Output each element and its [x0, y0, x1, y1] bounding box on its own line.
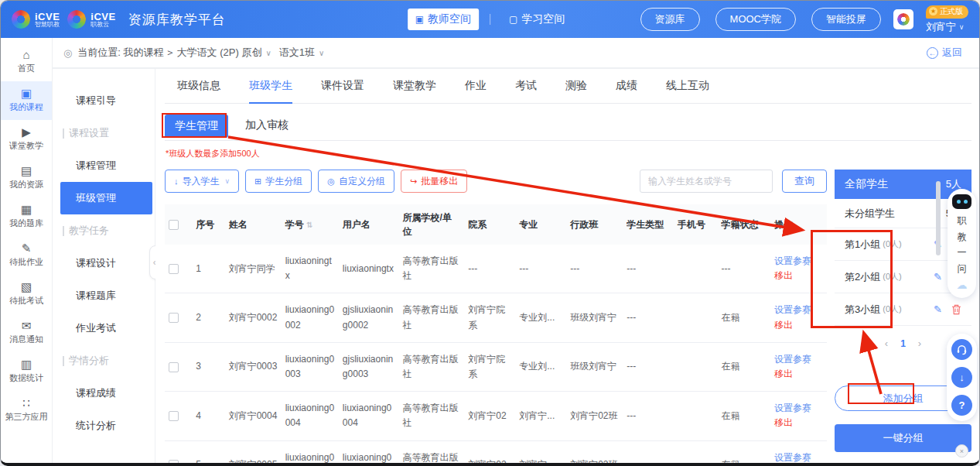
menu-class-management[interactable]: 班级管理: [60, 182, 152, 214]
cell-dept: 刘宵宁院系: [464, 342, 515, 391]
user-menu[interactable]: 刘宵宁 ∨: [926, 20, 965, 34]
cell-status: 在籍: [718, 440, 770, 466]
tab-grades[interactable]: 成绩: [616, 79, 637, 103]
set-contest-link[interactable]: 设置参赛: [774, 401, 823, 416]
student-name-link[interactable]: 刘宵宁0004: [225, 392, 282, 440]
group-name[interactable]: 第3小组: [845, 303, 880, 317]
custom-group-button[interactable]: ◎ 自定义分组: [318, 170, 394, 193]
edit-icon[interactable]: ✎: [934, 271, 942, 283]
group-name[interactable]: 第1小组: [845, 238, 880, 252]
assistant-widget[interactable]: 职 教 一 问 ☁: [948, 189, 976, 298]
breadcrumb-class[interactable]: 语文1班: [279, 46, 315, 60]
tab-classroom-teaching[interactable]: 课堂教学: [393, 79, 436, 103]
row-checkbox[interactable]: [169, 362, 179, 372]
col-school: 所属学校/单位: [399, 204, 465, 245]
menu-section-learning-analysis[interactable]: 学情分析: [53, 344, 155, 377]
subtab-join-review[interactable]: 加入审核: [245, 118, 289, 140]
back-button[interactable]: ← 返回: [927, 46, 962, 60]
remove-link[interactable]: 移出: [774, 367, 823, 382]
student-name-link[interactable]: 刘宵宁同学: [225, 245, 282, 293]
row-checkbox[interactable]: [169, 264, 179, 274]
sidebar-item-question-bank[interactable]: ▦ 我的题库: [1, 197, 52, 236]
breadcrumb-my-courses[interactable]: 我的课程: [124, 46, 164, 60]
tab-homework[interactable]: 作业: [465, 79, 487, 103]
edit-icon[interactable]: ✎: [934, 303, 942, 315]
menu-homework-exam[interactable]: 作业考试: [53, 312, 155, 344]
header-nav-pill[interactable]: MOOC学院: [715, 8, 796, 31]
avatar[interactable]: [893, 9, 913, 29]
tab-online-interaction[interactable]: 线上互动: [666, 79, 709, 103]
menu-section-course-settings[interactable]: 课程设置: [53, 117, 155, 149]
student-name-link[interactable]: 刘宵宁0005: [225, 440, 282, 466]
menu-course-question-bank[interactable]: 课程题库: [53, 279, 155, 312]
sidebar-item-third-party[interactable]: ∷ 第三方应用: [1, 391, 52, 430]
tab-exam[interactable]: 考试: [515, 79, 537, 103]
sidebar-item-statistics[interactable]: ▥ 数据统计: [1, 352, 52, 391]
current-page[interactable]: 1: [900, 338, 906, 349]
set-contest-link[interactable]: 设置参赛: [774, 352, 823, 367]
content-scrollbar-thumb[interactable]: [936, 181, 941, 255]
col-dept: 院系: [464, 204, 515, 245]
caret-down-icon[interactable]: ∨: [319, 49, 324, 57]
select-all-checkbox[interactable]: [169, 220, 179, 230]
col-student-no[interactable]: 学号 ⇅: [282, 204, 339, 245]
header-nav-pill[interactable]: 智能投屏: [811, 8, 881, 31]
cell-index: 5: [192, 440, 224, 466]
tab-class-students[interactable]: 班级学生: [249, 79, 292, 104]
menu-course-design[interactable]: 课程设计: [53, 247, 155, 279]
one-click-group-button[interactable]: 一键分组: [835, 424, 971, 452]
set-contest-link[interactable]: 设置参赛: [774, 303, 823, 317]
row-checkbox[interactable]: [169, 411, 179, 421]
search-input[interactable]: [640, 170, 773, 193]
menu-course-management[interactable]: 课程管理: [53, 149, 155, 182]
set-contest-link[interactable]: 设置参赛: [774, 254, 823, 269]
my-resources-icon: ▤: [21, 165, 32, 176]
sort-icon[interactable]: ⇅: [306, 221, 312, 229]
刘宵宁同学: 1 刘宵宁同学 liuxiaoningtx liuxiaoningtx 高等教育…: [165, 245, 827, 293]
student-name-link[interactable]: 刘宵宁0003: [225, 342, 282, 391]
menu-course-guide[interactable]: 课程引导: [53, 84, 155, 117]
subtab-student-management[interactable]: 学生管理: [165, 115, 228, 138]
caret-down-icon[interactable]: ∨: [265, 49, 271, 57]
cell-school: 高等教育出版社: [399, 293, 465, 342]
tab-class-info[interactable]: 班级信息: [177, 79, 220, 103]
menu-statistical-analysis[interactable]: 统计分析: [53, 409, 155, 442]
teacher-space-button[interactable]: ▣ 教师空间: [408, 9, 479, 30]
tab-courseware-settings[interactable]: 课件设置: [321, 79, 364, 103]
sidebar-item-pending-exam[interactable]: ▧ 待批考试: [1, 275, 52, 314]
remove-link[interactable]: 移出: [774, 318, 823, 333]
remove-link[interactable]: 移出: [774, 269, 823, 283]
query-button[interactable]: 查询: [782, 170, 827, 193]
close-floating-button[interactable]: ×: [955, 444, 968, 457]
group-name[interactable]: 第2小组: [845, 270, 880, 284]
row-checkbox[interactable]: [169, 313, 179, 323]
set-contest-link[interactable]: 设置参赛: [774, 451, 823, 465]
sidebar-item-home[interactable]: ⌂ 首页: [1, 43, 52, 81]
third-party-icon: ∷: [22, 397, 30, 409]
sidebar-item-classroom-teaching[interactable]: ▶ 课堂教学: [1, 120, 52, 159]
help-button[interactable]: ?: [951, 395, 972, 416]
learning-space-button[interactable]: ▢ 学习空间: [501, 9, 572, 30]
student-group-button[interactable]: ⊞ 学生分组: [245, 170, 312, 193]
sidebar-item-pending-homework[interactable]: ✎ 待批作业: [1, 236, 52, 275]
student-name-link[interactable]: 刘宵宁0002: [225, 293, 282, 342]
next-page-icon[interactable]: ›: [918, 338, 921, 349]
sidebar-item-messages[interactable]: ✉ 消息通知: [1, 314, 52, 352]
import-students-button[interactable]: ↓ 导入学生 ∨: [165, 170, 239, 193]
menu-course-grades[interactable]: 课程成绩: [53, 377, 155, 409]
sidebar-item-my-courses[interactable]: ▣ 我的课程: [1, 81, 52, 120]
header-nav-pill[interactable]: 资源库: [640, 8, 700, 31]
batch-remove-button[interactable]: ↪ 批量移出: [401, 170, 467, 193]
breadcrumb-course[interactable]: 大学语文 (2P) 原创: [177, 46, 262, 60]
prev-page-icon[interactable]: ‹: [885, 338, 888, 349]
download-center-button[interactable]: ↓: [951, 367, 972, 388]
第3小组[interactable]: 第3小组 (0人) ✎: [835, 293, 971, 326]
remove-link[interactable]: 移出: [774, 416, 823, 430]
trash-icon[interactable]: [951, 304, 961, 315]
support-button[interactable]: [951, 339, 972, 360]
sidebar-item-my-resources[interactable]: ▤ 我的资源: [1, 159, 52, 197]
menu-section-teaching-tasks[interactable]: 教学任务: [53, 214, 155, 247]
cell-major: 刘宵宁...: [515, 392, 566, 440]
row-checkbox[interactable]: [169, 460, 179, 466]
tab-quiz[interactable]: 测验: [565, 79, 587, 103]
